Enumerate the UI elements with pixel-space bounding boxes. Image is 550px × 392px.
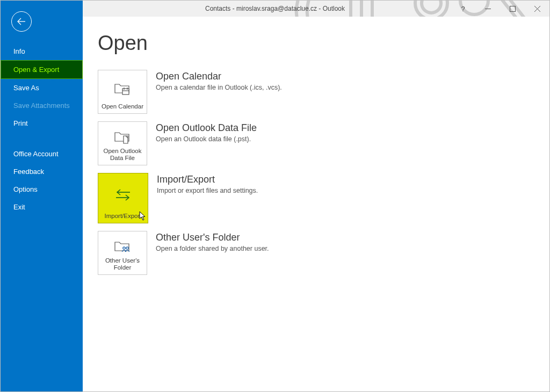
- option-open-data-file: Open Outlook Data File Open Outlook Data…: [98, 121, 534, 165]
- sidebar-item-print[interactable]: Print: [1, 114, 83, 132]
- minimize-button[interactable]: [475, 1, 500, 17]
- sidebar-item-label: Open & Export: [13, 66, 59, 74]
- backstage-sidebar: Info Open & Export Save As Save Attachme…: [1, 1, 83, 391]
- option-description: Open Calendar Open a calendar file in Ou…: [156, 70, 282, 91]
- main-content: Open Open Calendar Open Calendar Open a …: [83, 17, 549, 391]
- sidebar-item-exit[interactable]: Exit: [1, 198, 83, 216]
- window-title: Contacts - miroslav.sraga@dataclue.cz - …: [205, 5, 345, 12]
- sidebar-item-save-as[interactable]: Save As: [1, 79, 83, 97]
- calendar-folder-icon: [114, 70, 131, 103]
- option-subtitle: Open an Outlook data file (.pst).: [156, 135, 257, 143]
- close-button[interactable]: [525, 1, 549, 17]
- tile-label: Import/Export: [104, 213, 141, 220]
- option-subtitle: Import or export files and settings.: [157, 187, 258, 194]
- window-controls: ?: [451, 1, 549, 17]
- shared-folder-icon: [114, 231, 131, 257]
- sidebar-item-label: Save As: [13, 84, 39, 92]
- data-file-icon: [114, 122, 131, 148]
- option-subtitle: Open a folder shared by another user.: [156, 245, 269, 252]
- svg-point-17: [126, 247, 128, 249]
- option-title: Other User's Folder: [156, 232, 269, 243]
- import-export-icon: [114, 173, 132, 213]
- sidebar-item-office-account[interactable]: Office Account: [1, 145, 83, 163]
- sidebar-item-label: Exit: [13, 203, 25, 211]
- option-import-export: Import/Export Import/Export Import or ex…: [98, 173, 534, 223]
- sidebar-item-feedback[interactable]: Feedback: [1, 163, 83, 180]
- tile-open-calendar[interactable]: Open Calendar: [98, 70, 147, 114]
- tile-label: Open Outlook Data File: [101, 148, 144, 162]
- page-title: Open: [98, 32, 534, 55]
- sidebar-item-save-attachments: Save Attachments: [1, 97, 83, 114]
- option-description: Other User's Folder Open a folder shared…: [156, 231, 269, 252]
- sidebar-item-label: Feedback: [13, 168, 44, 176]
- sidebar-item-options[interactable]: Options: [1, 180, 83, 198]
- sidebar-item-label: Save Attachments: [13, 101, 70, 110]
- tile-other-users-folder[interactable]: Other User's Folder: [98, 231, 147, 275]
- sidebar-item-info[interactable]: Info: [1, 42, 83, 60]
- option-subtitle: Open a calendar file in Outlook (.ics, .…: [156, 84, 282, 91]
- sidebar-item-label: Options: [13, 185, 38, 193]
- maximize-button[interactable]: [500, 1, 525, 17]
- sidebar-item-label: Info: [13, 47, 25, 55]
- tile-import-export[interactable]: Import/Export: [98, 173, 148, 223]
- sidebar-item-open-export[interactable]: Open & Export: [1, 60, 83, 79]
- title-bar: Contacts - miroslav.sraga@dataclue.cz - …: [1, 1, 549, 17]
- svg-point-16: [123, 247, 125, 249]
- option-title: Open Calendar: [156, 71, 282, 82]
- tile-label: Open Calendar: [102, 103, 143, 110]
- svg-rect-6: [510, 6, 515, 11]
- tile-open-data-file[interactable]: Open Outlook Data File: [98, 121, 147, 165]
- sidebar-item-label: Office Account: [13, 150, 59, 158]
- option-title: Import/Export: [157, 174, 258, 185]
- option-open-calendar: Open Calendar Open Calendar Open a calen…: [98, 70, 534, 114]
- svg-rect-10: [122, 89, 129, 95]
- option-other-users-folder: Other User's Folder Other User's Folder …: [98, 231, 534, 275]
- help-button[interactable]: ?: [451, 1, 475, 17]
- option-description: Open Outlook Data File Open an Outlook d…: [156, 121, 257, 143]
- option-description: Import/Export Import or export files and…: [157, 173, 258, 194]
- option-title: Open Outlook Data File: [156, 122, 257, 134]
- sidebar-item-label: Print: [13, 119, 28, 127]
- tile-label: Other User's Folder: [101, 257, 144, 271]
